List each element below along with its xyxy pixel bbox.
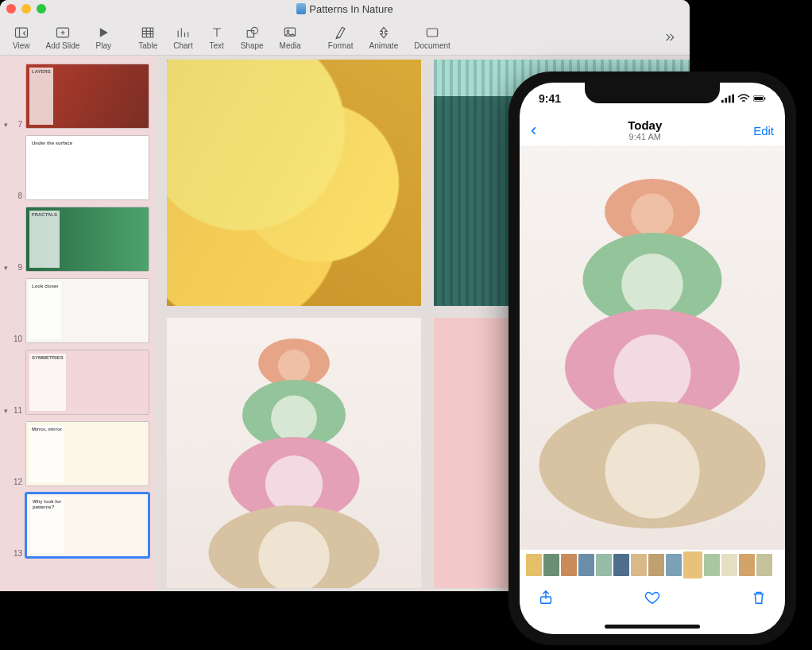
photo-strip-thumbnail[interactable] — [543, 554, 559, 576]
slide-navigator[interactable]: ▾7LAYERS8Under the surface▾9FRACTALS10Lo… — [0, 56, 156, 591]
edit-button[interactable]: Edit — [753, 124, 774, 137]
share-button[interactable] — [537, 589, 555, 609]
photo-strip-thumbnail[interactable] — [596, 554, 612, 576]
toolbar-overflow-button[interactable] — [653, 28, 685, 45]
text-button[interactable]: Text — [201, 23, 233, 50]
slide-thumbnail-title: LAYERS — [29, 68, 53, 125]
wifi-icon — [737, 94, 750, 103]
photo-title: Today 9:41 AM — [628, 118, 662, 142]
window-controls — [6, 4, 46, 14]
svg-rect-2 — [143, 28, 153, 37]
image-sea-urchin-stack[interactable] — [167, 318, 421, 588]
animate-label: Animate — [369, 41, 399, 50]
media-icon — [282, 25, 298, 41]
animate-icon — [376, 25, 392, 41]
photo-strip-thumbnail[interactable] — [613, 554, 629, 576]
photo-strip-thumbnail[interactable] — [648, 554, 664, 576]
shape-button[interactable]: Shape — [233, 23, 272, 50]
disclosure-triangle-icon[interactable]: ▾ — [2, 264, 10, 272]
format-label: Format — [328, 41, 354, 50]
format-icon — [333, 25, 349, 41]
add-slide-label: Add Slide — [46, 41, 80, 50]
status-time: 9:41 — [539, 92, 561, 105]
disclosure-triangle-icon[interactable]: ▾ — [2, 121, 10, 129]
photo-strip-thumbnail[interactable] — [683, 551, 702, 578]
document-button[interactable]: Document — [406, 23, 458, 50]
play-label: Play — [96, 41, 111, 50]
media-label: Media — [280, 41, 301, 50]
view-button[interactable]: View — [5, 23, 38, 50]
view-label: View — [13, 41, 30, 50]
toolbar: View Add Slide Play Table Chart Text Sha… — [0, 17, 690, 56]
disclosure-triangle-icon[interactable]: ▾ — [2, 407, 10, 415]
slide-thumbnail-image[interactable]: FRACTALS — [25, 207, 149, 272]
photo-strip-thumbnail[interactable] — [578, 554, 594, 576]
slide-thumbnail[interactable]: 8Under the surface — [0, 132, 156, 203]
minimize-window-button[interactable] — [21, 4, 31, 14]
slide-number: 11 — [13, 406, 22, 415]
slide-thumbnail[interactable]: 12Mirror, mirror — [0, 418, 156, 489]
document-icon — [296, 3, 306, 14]
chart-icon — [175, 25, 191, 41]
trash-icon — [750, 589, 768, 606]
table-icon — [140, 25, 156, 41]
add-slide-button[interactable]: Add Slide — [38, 23, 88, 50]
document-label: Document — [414, 41, 450, 50]
slide-thumbnail-image[interactable]: Mirror, mirror — [25, 421, 149, 486]
photo-strip-thumbnail[interactable] — [561, 554, 577, 576]
back-button[interactable]: ‹ — [531, 120, 536, 141]
photo-strip-thumbnail[interactable] — [704, 554, 720, 576]
slide-thumbnail-title: FRACTALS — [29, 211, 60, 268]
plus-icon — [55, 25, 71, 41]
table-label: Table — [138, 41, 157, 50]
svg-point-6 — [287, 30, 289, 33]
svg-rect-10 — [729, 95, 731, 103]
iphone-frame: 9:41 ‹ Today 9:41 AM Edit — [508, 72, 796, 645]
slide-thumbnail-image[interactable]: Under the surface — [25, 135, 149, 200]
favorite-button[interactable] — [644, 589, 661, 609]
slide-thumbnail-title: Mirror, mirror — [29, 425, 64, 482]
slide-thumbnail-image[interactable]: LAYERS — [25, 64, 149, 129]
photo-strip-thumbnail[interactable] — [739, 554, 755, 576]
slide-thumbnail[interactable]: 13Why look for patterns? — [0, 489, 156, 561]
slide-thumbnail-title: SYMMETRIES — [29, 354, 66, 411]
fullscreen-window-button[interactable] — [37, 4, 46, 14]
slide-thumbnail-title: Under the surface — [29, 139, 75, 196]
shape-icon — [244, 25, 260, 41]
image-honeycomb[interactable] — [167, 60, 421, 306]
photo-thumbnail-strip[interactable] — [520, 550, 785, 580]
svg-rect-14 — [764, 98, 765, 100]
close-window-button[interactable] — [6, 4, 16, 14]
media-button[interactable]: Media — [272, 23, 309, 50]
text-label: Text — [210, 41, 224, 50]
slide-number: 7 — [13, 120, 22, 129]
photo-action-bar — [520, 580, 785, 618]
home-indicator[interactable] — [520, 618, 785, 634]
slide-thumbnail[interactable]: ▾7LAYERS — [0, 60, 156, 132]
photo-strip-thumbnail[interactable] — [721, 554, 737, 576]
slide-thumbnail-image[interactable]: Look closer — [25, 278, 149, 343]
animate-button[interactable]: Animate — [362, 23, 407, 50]
play-button[interactable]: Play — [87, 23, 119, 50]
battery-icon — [753, 94, 766, 103]
chart-button[interactable]: Chart — [165, 23, 200, 50]
heart-icon — [644, 589, 661, 606]
slide-thumbnail-image[interactable]: Why look for patterns? — [25, 493, 149, 558]
photo-strip-thumbnail[interactable] — [666, 554, 682, 576]
photo-viewer[interactable] — [520, 146, 785, 550]
slide-number: 12 — [13, 478, 22, 486]
photo-strip-thumbnail[interactable] — [631, 554, 647, 576]
slide-thumbnail[interactable]: ▾11SYMMETRIES — [0, 346, 156, 418]
svg-rect-11 — [732, 95, 734, 103]
slide-thumbnail-image[interactable]: SYMMETRIES — [25, 350, 149, 415]
slide-thumbnail[interactable]: 10Look closer — [0, 275, 156, 346]
slide-thumbnail-title: Look closer — [29, 282, 61, 339]
delete-button[interactable] — [750, 589, 768, 609]
format-button[interactable]: Format — [320, 23, 362, 50]
iphone-screen: 9:41 ‹ Today 9:41 AM Edit — [520, 83, 785, 634]
slide-thumbnail[interactable]: ▾9FRACTALS — [0, 203, 156, 275]
photo-strip-thumbnail[interactable] — [756, 554, 772, 576]
photo-strip-thumbnail[interactable] — [526, 554, 542, 576]
slide-number: 9 — [13, 263, 22, 272]
table-button[interactable]: Table — [130, 23, 165, 50]
